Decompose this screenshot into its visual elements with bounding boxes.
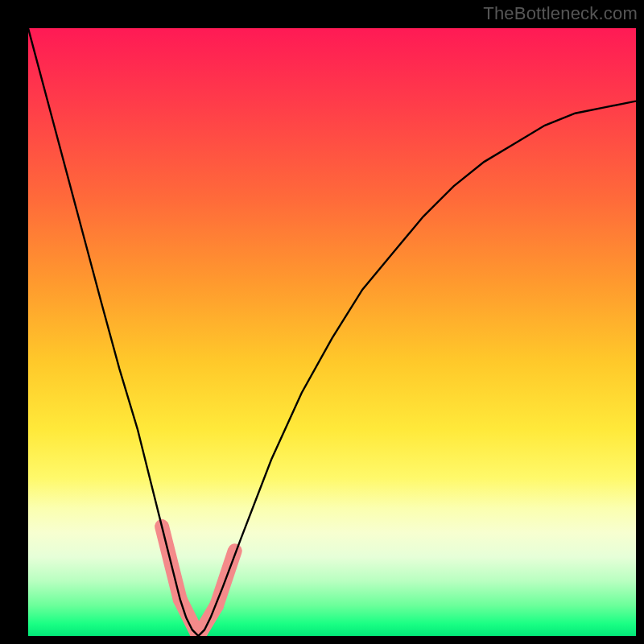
- bottleneck-curve: [28, 28, 636, 636]
- plot-area: [28, 28, 636, 636]
- highlight-group: [162, 526, 235, 636]
- chart-frame: TheBottleneck.com: [0, 0, 644, 644]
- watermark-text: TheBottleneck.com: [483, 3, 638, 24]
- plot-svg: [28, 28, 636, 636]
